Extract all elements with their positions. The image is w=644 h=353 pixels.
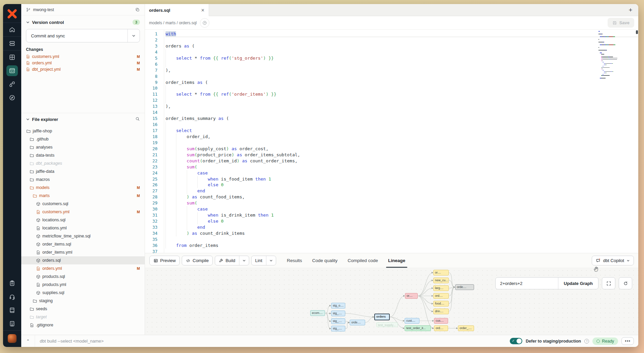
file-tree-item-data-tests[interactable]: data-tests [21,151,145,159]
tab-orders-sql[interactable]: orders.sql ✕ [145,4,209,16]
compass-icon[interactable] [6,91,18,104]
stack-icon[interactable] [6,37,18,50]
lineage-node-or_pink[interactable]: or.... [405,293,418,299]
lineage-node-orde_l[interactable]: orde.... [350,320,365,325]
lineage-node-y_drin[interactable]: drin.... [433,309,449,314]
file-tree-item-seeds[interactable]: seeds [21,305,145,313]
lineage-node-stg_1[interactable]: stg_.... [331,311,345,316]
grid-icon[interactable] [6,51,18,64]
editor-scrollbar[interactable] [635,30,638,253]
console-tab-results[interactable]: Results [287,253,302,268]
file-tree-item-orders-yml[interactable]: orders.ymlM [21,264,145,272]
file-tree-item-dbt-packages[interactable]: dbt_packages [21,159,145,167]
lineage-node-stg_2[interactable]: stg_.... [331,318,345,324]
command-input[interactable]: dbt build --select <model_name> [35,339,108,344]
save-button[interactable]: Save [608,18,634,28]
lineage-node-y_ord2[interactable]: ord.... [434,325,448,331]
expand-command-chevron[interactable]: ⌃ [21,339,35,344]
home-icon[interactable] [6,23,18,36]
file-tree-item-locations-yml[interactable]: locations.yml [21,224,145,232]
lineage-node-y_newcu[interactable]: new_cu... [433,278,449,283]
changed-file-row[interactable]: dbt_project.ymlM [21,66,145,72]
file-tree-item-orders-sql[interactable]: orders.sql [21,256,145,264]
file-tree-item--github[interactable]: .github [21,135,145,143]
lineage-node-y_order2[interactable]: order_.... [458,325,474,331]
file-tree-item-order-items-sql[interactable]: order_items.sql [21,240,145,248]
dbt-copilot-button[interactable]: dbt Copilot [592,256,634,265]
lineage-node-stg_3[interactable]: stg_.... [331,326,345,331]
open-in-new-button[interactable] [200,18,209,28]
scrollbar-thumb[interactable] [636,30,638,34]
lineage-node-y_ord[interactable]: ord.... [433,293,449,299]
headset-icon[interactable] [6,290,18,303]
lint-button[interactable]: Lint [252,256,266,265]
lineage-node-gray[interactable]: orde.... [455,284,474,290]
help-icon[interactable]: ? [584,339,589,344]
file-tree-item-order-items-yml[interactable]: order_items.yml [21,248,145,256]
compile-button[interactable]: Compile [182,256,213,265]
file-tree-item-products-yml[interactable]: products.yml [21,281,145,289]
lineage-node-orders[interactable]: orders [374,314,390,320]
console-tab-lineage[interactable]: Lineage [388,253,405,268]
file-tree-item-supplies-sql[interactable]: supplies.sql [21,289,145,297]
file-tree-item-locations-sql[interactable]: locations.sql [21,216,145,224]
lineage-node-ecom[interactable]: ecom.... [310,310,325,316]
fork-icon[interactable] [6,77,18,91]
version-control-header[interactable]: Version control 3 [21,15,145,28]
dbt-logo-icon[interactable] [7,8,18,19]
console-tab-compiled-code[interactable]: Compiled code [348,253,378,268]
file-tree-item-macros[interactable]: macros [21,175,145,184]
file-tree-item-customers-sql[interactable]: customers.sql [21,200,145,208]
update-graph-button[interactable]: Update Graph [558,278,598,289]
code-editor[interactable]: 1234567891011121314151617181920212223242… [145,30,638,253]
commit-options-chevron[interactable] [127,29,140,42]
lineage-canvas[interactable]: 2+orders+2 Update Graph ecom.... [145,268,638,335]
close-tab-icon[interactable]: ✕ [201,8,205,13]
graph-selector-input[interactable]: 2+orders+2 [496,278,558,289]
minimap[interactable] [598,31,634,81]
git-branch-row[interactable]: mwong-test [21,4,145,15]
file-tree-item-products-sql[interactable]: products.sql [21,272,145,281]
lineage-node-cus_pink[interactable]: cus.... [434,318,448,324]
copy-icon[interactable] [135,7,140,12]
lineage-node-cust[interactable]: cust.... [405,318,419,324]
new-tab-button[interactable]: + [623,4,638,16]
file-tree-item-jaffle-shop[interactable]: jaffle-shop [21,127,145,135]
file-tree-item--gitignore[interactable]: .gitignore [21,321,145,329]
lineage-node-y_food[interactable]: food.... [433,301,449,307]
file-explorer-header[interactable]: File explorer [21,113,145,124]
code-editor-icon[interactable] [6,65,18,76]
file-tree-item-models[interactable]: modelsM [21,184,145,192]
lint-options-chevron[interactable] [266,256,276,265]
fullscreen-button[interactable] [602,277,615,289]
lineage-node-t_order[interactable]: test_order_it... [405,325,431,331]
changed-file-row[interactable]: customers.ymlM [21,53,145,60]
refresh-button[interactable] [619,277,632,289]
building-icon[interactable] [6,317,18,330]
file-tree-item-jaffle-data[interactable]: jaffle-data [21,167,145,175]
lineage-node-y_larg[interactable]: larg.... [433,285,449,291]
file-tree-item-staging[interactable]: staging [21,297,145,305]
file-tree-item-target[interactable]: target [21,313,145,321]
preview-button[interactable]: Preview [149,256,180,265]
build-options-chevron[interactable] [239,256,249,265]
console-tab-code-quality[interactable]: Code quality [312,253,338,268]
defer-toggle[interactable]: ✓ [510,338,522,344]
user-avatar[interactable] [8,334,17,343]
more-options-button[interactable]: ••• [621,337,634,345]
lineage-node-ghost[interactable]: test_supply... [376,322,398,327]
clipboard-icon[interactable] [6,277,18,290]
code-content[interactable]: withorders as (select * from {{ ref('stg… [164,30,638,253]
file-tree-item-analyses[interactable]: analyses [21,143,145,151]
file-tree-item-metricflow-time-spine-sql[interactable]: metricflow_time_spine.sql [21,232,145,240]
file-search-button[interactable] [135,117,140,122]
save-label: Save [619,20,630,25]
book-icon[interactable] [6,303,18,317]
commit-and-sync-select[interactable]: Commit and sync [26,29,140,42]
file-tree-item-customers-yml[interactable]: customers.ymlM [21,208,145,216]
lineage-node-stg_o[interactable]: stg_o.... [331,303,345,309]
file-tree-item-marts[interactable]: martsM [21,192,145,200]
changed-file-row[interactable]: orders.ymlM [21,60,145,66]
build-button[interactable]: Build [215,256,239,265]
lineage-node-y_or[interactable]: or.... [433,270,449,276]
